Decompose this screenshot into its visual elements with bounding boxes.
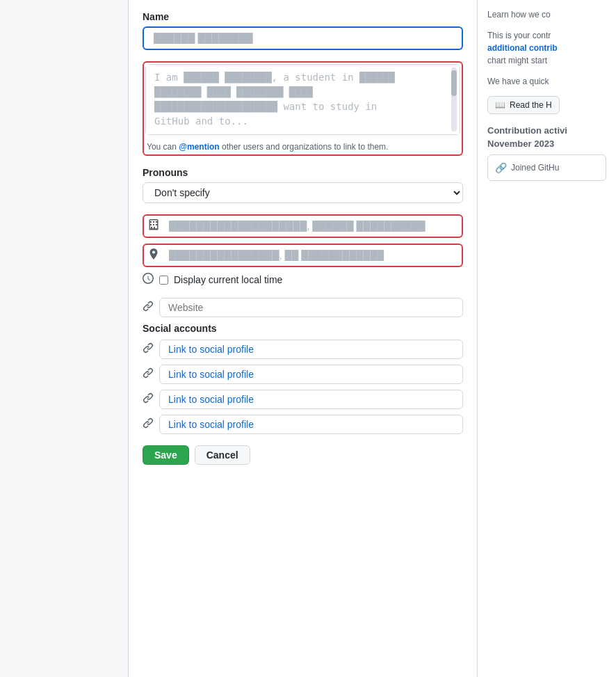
social-row-1 <box>143 340 463 359</box>
bio-hint: You can @mention other users and organiz… <box>145 139 460 153</box>
joined-row: 🔗 Joined GitHu <box>495 162 599 173</box>
social-row-4 <box>143 415 463 434</box>
social-input-2[interactable] <box>159 365 463 384</box>
name-input-wrapper <box>143 26 463 50</box>
social-input-1[interactable] <box>159 340 463 359</box>
joined-icon: 🔗 <box>495 162 507 173</box>
contrib-activity-title: Contribution activi <box>487 125 606 136</box>
display-time-label: Display current local time <box>174 274 282 285</box>
joined-card: 🔗 Joined GitHu <box>487 154 606 181</box>
social-row-2 <box>143 365 463 384</box>
social-link-icon-4 <box>143 417 154 431</box>
read-the-button[interactable]: 📖 Read the H <box>487 96 560 114</box>
social-row-3 <box>143 390 463 409</box>
link-icon <box>143 301 154 314</box>
website-input[interactable] <box>159 298 463 317</box>
name-label: Name <box>143 11 463 22</box>
display-time-row: Display current local time <box>143 273 463 287</box>
joined-text: Joined GitHu <box>511 163 559 173</box>
location-icon <box>148 248 159 262</box>
contrib-link[interactable]: additional contrib <box>487 43 558 53</box>
social-link-icon-1 <box>143 342 154 356</box>
social-link-icon-2 <box>143 367 154 381</box>
location-input[interactable] <box>165 248 457 263</box>
contrib-body: This is your contr additional contrib ch… <box>487 29 606 67</box>
display-time-checkbox[interactable] <box>159 276 168 285</box>
company-field-wrapper <box>143 214 463 238</box>
main-content: Name I am ██████ ████████, a student in … <box>129 0 477 677</box>
social-input-4[interactable] <box>159 415 463 434</box>
right-panel: Learn how we co This is your contr addit… <box>477 0 616 677</box>
social-section: Social accounts <box>143 323 463 434</box>
social-input-3[interactable] <box>159 390 463 409</box>
name-input[interactable] <box>145 29 460 47</box>
social-label: Social accounts <box>143 323 463 334</box>
save-button[interactable]: Save <box>143 445 189 465</box>
contrib-date: November 2023 <box>487 138 606 149</box>
social-link-icon-3 <box>143 392 154 406</box>
quick-text: We have a quick <box>487 75 606 88</box>
name-section: Name <box>143 11 463 50</box>
cancel-button[interactable]: Cancel <box>195 445 250 465</box>
pronouns-select[interactable]: Don't specify they/them she/her he/him <box>143 182 463 203</box>
bio-textarea[interactable]: I am ██████ ████████, a student in █████… <box>146 65 460 134</box>
left-sidebar <box>0 0 129 677</box>
building-icon <box>148 219 159 233</box>
pronouns-section: Pronouns Don't specify they/them she/her… <box>143 167 463 203</box>
learn-text: Learn how we co <box>487 8 606 21</box>
location-field-wrapper <box>143 244 463 267</box>
company-input[interactable] <box>165 218 457 234</box>
book-icon: 📖 <box>495 100 505 110</box>
form-buttons: Save Cancel <box>143 445 463 465</box>
pronouns-label: Pronouns <box>143 167 463 178</box>
website-row <box>143 298 463 317</box>
clock-icon <box>143 273 154 287</box>
bio-section: I am ██████ ████████, a student in █████… <box>143 61 463 156</box>
